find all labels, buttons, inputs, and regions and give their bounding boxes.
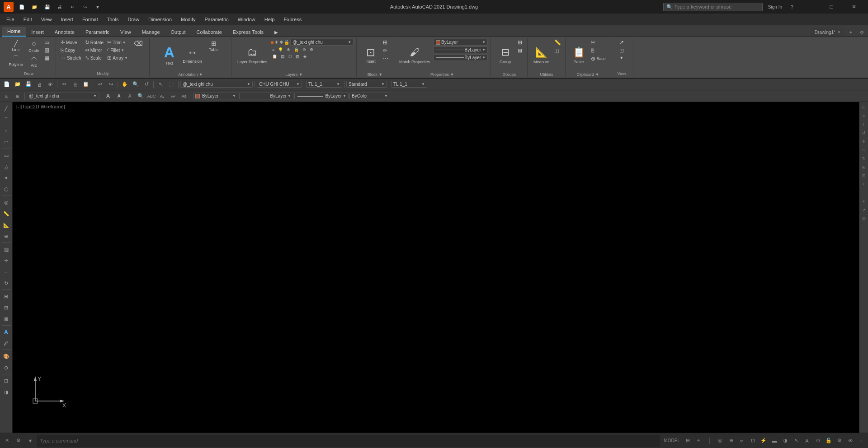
drawing-tab[interactable]: Drawing1* ✕ <box>811 28 844 37</box>
menu-window[interactable]: Window <box>233 15 260 24</box>
ann-text3-btn[interactable]: A <box>125 91 135 101</box>
menu-tools[interactable]: Tools <box>103 15 123 24</box>
cmd-expand-btn[interactable]: ▼ <box>25 436 35 446</box>
st-annot-btn[interactable]: A <box>802 436 812 446</box>
stretch-btn[interactable]: ↔ Stretch <box>59 54 83 61</box>
tab-insert[interactable]: Insert <box>26 28 49 37</box>
search-bar[interactable]: 🔍 Type a keyword or phrase <box>663 3 763 11</box>
tb-copy2[interactable]: ⎘ <box>70 79 80 89</box>
lt-modify3[interactable]: ↻ <box>1 278 12 289</box>
qat-new[interactable]: 📄 <box>17 2 26 11</box>
ann-text-btn[interactable]: A <box>103 91 113 101</box>
menu-format[interactable]: Format <box>78 15 103 24</box>
arc-btn[interactable]: ◠ Arc <box>26 55 42 69</box>
lt-text2[interactable]: 🖊 <box>1 338 12 349</box>
layer-btn3c[interactable]: ⬡ <box>287 54 293 59</box>
lt-draw2[interactable]: △ <box>1 161 12 172</box>
ann-layer-dropdown[interactable]: @_text ghi chu ▼ <box>27 93 99 99</box>
lt-layer[interactable]: ⊙ <box>1 362 12 373</box>
st-customize-btn[interactable]: ≡ <box>856 436 866 446</box>
menu-insert[interactable]: Insert <box>56 15 78 24</box>
qat-save[interactable]: 💾 <box>42 2 52 11</box>
cmd-toggle-btn[interactable]: ✕ <box>2 436 12 446</box>
create-block-btn[interactable]: ⊞ <box>382 39 390 46</box>
scale-btn[interactable]: ⤡ Scale <box>84 54 105 61</box>
st-hardware-btn[interactable]: ⚙ <box>835 436 844 446</box>
base-btn[interactable]: ⊕ Base <box>590 55 607 62</box>
st-ortho-btn[interactable]: ┼ <box>704 436 714 446</box>
tb-paste2[interactable]: 📋 <box>81 79 91 89</box>
text-btn[interactable]: A Text <box>159 39 179 71</box>
ann-super-btn[interactable]: A² <box>168 91 178 101</box>
color-dropdown-ann[interactable]: ByLayer ▼ <box>193 93 238 99</box>
rt-btn7[interactable]: ↻ <box>860 154 868 163</box>
lt-measure2[interactable]: 📏 <box>1 208 12 219</box>
rt-btn1[interactable]: ⊡ <box>860 103 868 111</box>
layer-settings-btn[interactable]: ⚙ <box>308 47 315 52</box>
st-dyn-btn[interactable]: ⚡ <box>759 436 769 446</box>
rt-btn4[interactable]: ↺ <box>860 129 868 137</box>
rotate-btn[interactable]: ↻ Rotate <box>84 39 105 46</box>
menu-file[interactable]: File <box>2 15 19 24</box>
layer-dropdown-tb[interactable]: @_text ghi chu ▼ <box>180 81 253 88</box>
ann-search-btn[interactable]: 🔍 <box>136 91 146 101</box>
st-ducs-btn[interactable]: ⊡ <box>748 436 758 446</box>
qat-plot[interactable]: 🖨 <box>55 2 64 11</box>
rt-btn9[interactable]: ⊟ <box>860 172 868 180</box>
info-btn[interactable]: ? <box>788 2 797 11</box>
insert-btn[interactable]: ⊡ Insert <box>361 39 381 71</box>
tab-collaborate[interactable]: Collaborate <box>191 28 227 37</box>
paste-btn[interactable]: 📋 Paste <box>569 39 589 71</box>
dimension-btn[interactable]: ↔ Dimension <box>180 39 205 71</box>
util-btn1[interactable]: 📏 <box>553 39 562 46</box>
restore-btn[interactable]: □ <box>821 0 842 14</box>
qat-more[interactable]: ▼ <box>93 2 102 11</box>
st-isolate-btn[interactable]: 👁 <box>845 436 855 446</box>
tab-express-tools[interactable]: Express Tools <box>227 28 269 37</box>
ann-sub-btn[interactable]: A₂ <box>157 91 167 101</box>
ann-tb-btn2[interactable]: ⊞ <box>13 91 23 101</box>
layer-match-btn[interactable]: ≡ <box>271 47 276 52</box>
array-btn[interactable]: ⊞ Array ▼ <box>106 54 129 61</box>
st-otrack-btn[interactable]: ∞ <box>737 436 747 446</box>
rt-btn13[interactable]: ↗ <box>860 206 868 214</box>
lt-circle[interactable]: ○ <box>1 126 12 136</box>
move-btn[interactable]: ✛ Move <box>59 39 83 46</box>
layer-off-btn[interactable]: 💡 <box>277 47 284 52</box>
canvas-area[interactable]: [-][Top][2D Wireframe] Y X <box>13 102 859 433</box>
tb-orbit[interactable]: ↺ <box>142 79 151 89</box>
lineweight-dropdown[interactable]: ByLayer ▼ <box>434 54 488 61</box>
menu-express[interactable]: Express <box>279 15 306 24</box>
layer-freeze-btn[interactable]: ❄ <box>285 47 292 52</box>
view-btn1[interactable]: ↗ <box>618 39 625 46</box>
tb-cut[interactable]: ✂ <box>59 79 69 89</box>
tb-save[interactable]: 💾 <box>24 79 33 89</box>
menu-edit[interactable]: Edit <box>19 15 37 24</box>
st-grid-btn[interactable]: ⊞ <box>683 436 693 446</box>
st-polar-btn[interactable]: ◎ <box>715 436 725 446</box>
lt-draw1[interactable]: ▭ <box>1 150 12 161</box>
cmd-settings-btn[interactable]: ⚙ <box>14 436 24 446</box>
lt-snap3[interactable]: ⊠ <box>1 313 12 324</box>
qat-undo[interactable]: ↩ <box>68 2 77 11</box>
view-btn3[interactable]: ▼ <box>618 55 625 61</box>
tab-annotate[interactable]: Annotate <box>49 28 80 37</box>
trim-btn[interactable]: ✂ Trim ▼ <box>106 39 129 46</box>
tb-pan[interactable]: ✋ <box>120 79 130 89</box>
ungroup-btn[interactable]: ⊠ <box>516 47 524 54</box>
menu-draw[interactable]: Draw <box>123 15 144 24</box>
copy-clip-btn[interactable]: ⎘ <box>590 47 607 54</box>
rt-btn3[interactable]: ↕ <box>860 120 868 128</box>
util-btn2[interactable]: ◫ <box>553 47 562 54</box>
block-more-btn[interactable]: ⋯ <box>382 55 390 62</box>
layer-btn3e[interactable]: ◈ <box>302 54 308 59</box>
rt-btn14[interactable]: ◎ <box>860 215 868 223</box>
st-lock-btn[interactable]: 🔓 <box>824 436 834 446</box>
linetype-dropdown-ann[interactable]: ByLayer ▼ <box>239 93 293 99</box>
tab-view[interactable]: View <box>115 28 137 37</box>
style2-dropdown[interactable]: TL 1_1 ▼ <box>306 81 342 88</box>
qat-redo[interactable]: ↪ <box>80 2 90 11</box>
tb-new[interactable]: 📄 <box>2 79 12 89</box>
tb-window-select[interactable]: ⬚ <box>166 79 176 89</box>
style3-dropdown[interactable]: Standard ▼ <box>346 81 387 88</box>
